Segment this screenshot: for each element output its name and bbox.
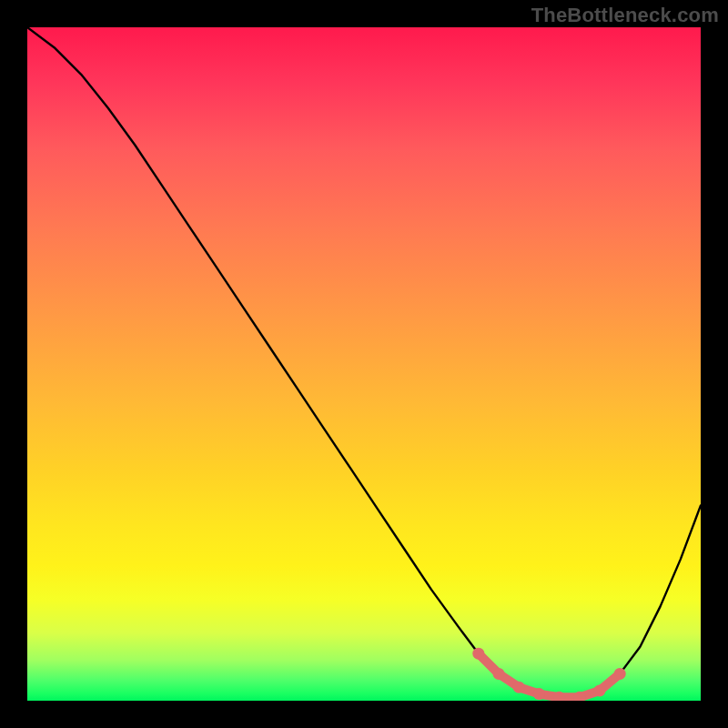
bottleneck-curve (27, 27, 701, 697)
optimal-point (614, 668, 626, 680)
plot-area (27, 27, 701, 701)
optimal-point (493, 668, 505, 680)
optimal-point (594, 684, 606, 696)
curve-layer (27, 27, 701, 701)
optimal-point (533, 688, 545, 700)
optimal-point (472, 648, 484, 660)
chart-frame: TheBottleneck.com (0, 0, 728, 728)
watermark-text: TheBottleneck.com (531, 4, 719, 27)
optimal-point (513, 682, 525, 693)
